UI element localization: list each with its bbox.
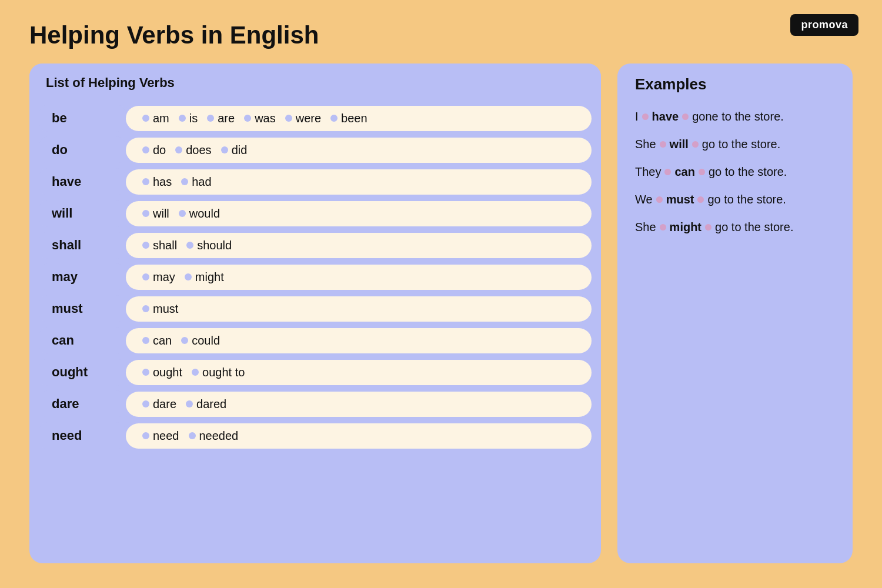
verb-row: needneedneeded: [39, 422, 592, 449]
verb-forms: needneeded: [126, 423, 592, 449]
form-text: ought: [153, 366, 182, 379]
form-dot: [192, 369, 199, 376]
form-item: would: [179, 207, 220, 220]
form-dot: [330, 115, 338, 122]
form-text: would: [189, 207, 220, 220]
verb-row: dododoesdid: [39, 136, 592, 163]
form-item: should: [186, 239, 232, 252]
form-text: shall: [153, 239, 177, 252]
form-dot: [142, 400, 149, 407]
verb-forms: hashad: [126, 169, 592, 195]
form-item: do: [142, 143, 166, 157]
verb-forms: maymight: [126, 265, 592, 290]
form-dot: [207, 115, 214, 122]
form-item: are: [207, 112, 235, 125]
form-text: must: [153, 302, 178, 316]
form-dot: [221, 146, 228, 153]
form-item: could: [181, 334, 220, 348]
verb-forms: dodoesdid: [126, 138, 592, 163]
verb-label: shall: [39, 232, 126, 259]
form-item: shall: [142, 239, 177, 252]
verbs-list: beamisarewaswerebeendododoesdidhavehasha…: [29, 100, 601, 454]
left-panel-title: List of Helping Verbs: [46, 75, 175, 90]
form-text: can: [153, 334, 172, 348]
form-dot: [186, 242, 193, 249]
form-item: needed: [189, 429, 239, 443]
example-before: I: [635, 110, 639, 123]
form-text: been: [341, 112, 368, 125]
form-item: was: [244, 112, 276, 125]
verb-row: havehashad: [39, 168, 592, 195]
form-dot: [179, 115, 186, 122]
verb-label: need: [39, 422, 126, 449]
verb-row: shallshallshould: [39, 232, 592, 259]
brand-logo: promova: [790, 14, 858, 36]
example-before: She: [635, 138, 656, 151]
example-dot-right: [697, 196, 704, 203]
verb-label: can: [39, 327, 126, 354]
form-item: ought: [142, 366, 182, 379]
verb-label: will: [39, 200, 126, 227]
verb-label: have: [39, 168, 126, 195]
form-item: dared: [186, 397, 226, 411]
example-verb: might: [670, 220, 701, 234]
example-sentence: Shemightgo to the store.: [635, 220, 835, 234]
example-sentence: Theycango to the store.: [635, 165, 835, 179]
example-after: gone to the store.: [692, 110, 784, 123]
verb-row: oughtoughtought to: [39, 359, 592, 386]
example-before: They: [635, 165, 661, 179]
form-dot: [142, 115, 149, 122]
left-panel: List of Helping Verbs beamisarewaswerebe…: [29, 64, 601, 563]
form-text: needed: [199, 429, 239, 443]
verb-forms: shallshould: [126, 233, 592, 258]
verb-row: daredaredared: [39, 390, 592, 417]
verb-forms: amisarewaswerebeen: [126, 106, 592, 131]
verb-label: must: [39, 295, 126, 322]
form-item: had: [181, 175, 211, 189]
form-dot: [142, 242, 149, 249]
example-dot-right: [699, 169, 705, 175]
form-dot: [244, 115, 251, 122]
form-dot: [181, 178, 188, 185]
form-text: were: [296, 112, 321, 125]
form-text: dare: [153, 397, 176, 411]
left-panel-header: List of Helping Verbs: [29, 64, 601, 100]
verb-forms: must: [126, 296, 592, 322]
form-text: could: [192, 334, 220, 348]
example-sentence: Ihavegone to the store.: [635, 110, 835, 123]
verb-label: dare: [39, 390, 126, 417]
form-item: may: [142, 270, 175, 284]
form-item: ought to: [192, 366, 245, 379]
right-panel: Examples Ihavegone to the store.Shewillg…: [617, 64, 853, 563]
verb-label: may: [39, 263, 126, 290]
form-text: had: [192, 175, 211, 189]
form-dot: [142, 369, 149, 376]
verb-label: do: [39, 136, 126, 163]
form-dot: [142, 432, 149, 439]
example-dot-right: [705, 224, 711, 230]
form-item: can: [142, 334, 172, 348]
form-text: ought to: [202, 366, 245, 379]
form-dot: [142, 178, 149, 185]
form-item: am: [142, 112, 169, 125]
example-before: She: [635, 220, 656, 234]
form-text: are: [218, 112, 235, 125]
verb-forms: oughtought to: [126, 360, 592, 385]
form-text: may: [153, 270, 175, 284]
verb-row: maymaymight: [39, 263, 592, 290]
form-dot: [179, 210, 186, 217]
verb-forms: cancould: [126, 328, 592, 353]
example-dot-left: [660, 141, 666, 148]
form-dot: [142, 273, 149, 280]
form-dot: [186, 400, 193, 407]
form-dot: [185, 273, 192, 280]
form-dot: [142, 337, 149, 344]
example-dot-left: [664, 169, 671, 175]
form-text: has: [153, 175, 172, 189]
form-dot: [181, 337, 188, 344]
example-verb: can: [674, 165, 694, 179]
form-item: dare: [142, 397, 176, 411]
example-verb: must: [666, 193, 694, 206]
verb-label: be: [39, 105, 126, 132]
page-title: Helping Verbs in English: [0, 0, 882, 64]
